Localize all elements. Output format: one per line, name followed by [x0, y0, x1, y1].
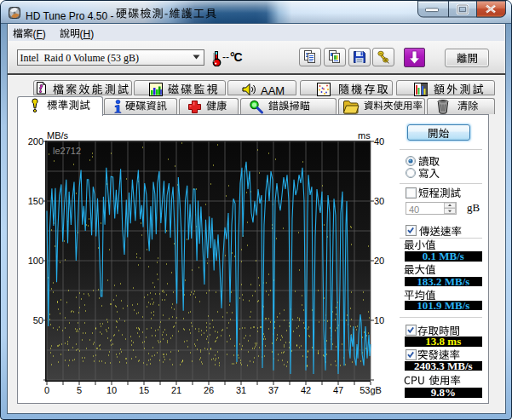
svg-text:47: 47	[333, 385, 343, 395]
svg-text:50: 50	[33, 315, 43, 325]
svg-text:5: 5	[77, 385, 82, 395]
svg-text:ms: ms	[358, 130, 371, 141]
svg-text:31: 31	[236, 385, 246, 395]
svg-text:30: 30	[374, 196, 384, 206]
svg-text:21: 21	[171, 385, 181, 395]
svg-text:0: 0	[44, 385, 49, 395]
svg-text:MB/s: MB/s	[47, 130, 69, 141]
svg-text:10: 10	[374, 315, 384, 325]
svg-text:42: 42	[301, 385, 311, 395]
svg-text:53gB: 53gB	[360, 385, 382, 395]
svg-text:26: 26	[204, 385, 214, 395]
svg-text:200: 200	[28, 136, 43, 147]
svg-text:20: 20	[374, 256, 384, 266]
svg-text:le2712: le2712	[53, 146, 81, 156]
svg-text:15: 15	[139, 385, 149, 395]
svg-text:100: 100	[28, 256, 43, 266]
svg-text:40: 40	[374, 136, 384, 147]
svg-text:37: 37	[268, 385, 279, 395]
svg-text:10: 10	[106, 385, 117, 395]
svg-text:150: 150	[28, 196, 43, 206]
